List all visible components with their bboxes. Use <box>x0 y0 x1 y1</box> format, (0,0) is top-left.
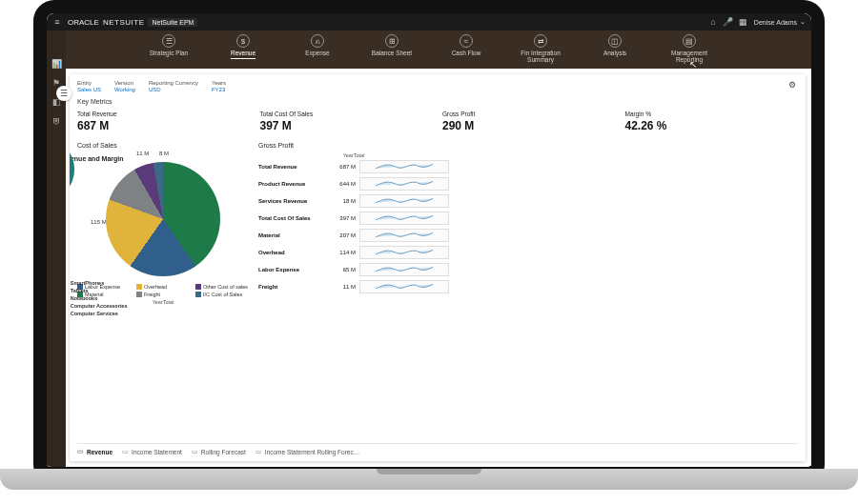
metric-margin-label: Margin % <box>625 111 799 117</box>
metric-total-cost-label: Total Cost Of Sales <box>260 111 434 117</box>
gp-year-label: YearTotal <box>258 152 449 158</box>
home-icon[interactable]: ⌂ <box>708 17 718 27</box>
nav-icon: $ <box>236 34 250 48</box>
bottom-tab-income-statement-rolling-forec-[interactable]: ▭Income Statement Rolling Forec… <box>255 448 359 455</box>
brand: ORACLE NETSUITE NetSuite EPM <box>68 18 197 27</box>
nav-item-strategic-plan[interactable]: ☰Strategic Plan <box>140 34 197 63</box>
nav-item-analysis[interactable]: ◫Analysis <box>586 34 644 63</box>
bubble-legend-item: SmartPhones <box>77 280 128 286</box>
filter-years-label: Years <box>212 80 226 86</box>
bottom-tab-income-statement[interactable]: ▭Income Statement <box>122 448 182 455</box>
pie-legend-item: I/C Cost of Sales <box>195 292 249 297</box>
nav-icon: ≈ <box>460 34 473 48</box>
bubble-legend-item: Tablets <box>77 288 128 293</box>
user-name: Denise Adams <box>754 19 797 26</box>
filter-years-value[interactable]: FY23 <box>212 87 226 92</box>
nav-item-revenue[interactable]: $Revenue <box>214 34 272 63</box>
filter-entity-value[interactable]: Sales US <box>77 87 101 92</box>
nav-icon: ☰ <box>162 34 175 48</box>
gp-row: Total Revenue687 M <box>258 160 449 173</box>
metric-total-revenue-value: 687 M <box>77 119 251 132</box>
nav-item-fin-integration-summary[interactable]: ⇄Fin Integration Summary <box>512 34 569 63</box>
gp-row: Total Cost Of Sales397 M <box>258 212 449 225</box>
metric-gross-profit-value: 290 M <box>442 119 616 132</box>
filter-currency-label: Reporting Currency <box>149 80 198 86</box>
mic-icon[interactable]: 🎤 <box>724 17 733 27</box>
bottom-tab-rolling-forecast[interactable]: ▭Rolling Forecast <box>192 448 246 455</box>
nav-item-balance-sheet[interactable]: ⊞Balance Sheet <box>363 34 420 63</box>
filter-entity-label: Entity <box>77 80 101 86</box>
pie-legend-item: Other Cost of sales <box>195 284 249 290</box>
sidebar-chart-icon[interactable]: 📊 <box>51 59 62 69</box>
tab-icon: ▭ <box>192 448 198 455</box>
nav-icon: ⊞ <box>385 34 398 48</box>
sidebar-toggle-button[interactable]: ☰ <box>56 86 72 101</box>
metric-total-revenue-label: Total Revenue <box>77 111 251 117</box>
bubble-legend-item: Computer Accessories <box>77 303 128 309</box>
nav-icon: ⎌ <box>311 34 324 48</box>
brand-oracle: ORACLE <box>68 18 99 27</box>
pie-legend-item: Overhead <box>136 284 190 290</box>
nav-label: Cash Flow <box>452 50 481 56</box>
nav-label: Revenue <box>231 50 255 59</box>
filter-version-value[interactable]: Working <box>114 87 135 92</box>
panel-cost-title: Cost of Sales <box>77 142 249 149</box>
nav-item-cash-flow[interactable]: ≈Cash Flow <box>438 34 495 63</box>
metric-total-cost-value: 397 M <box>260 119 434 132</box>
gp-row: Services Revenue18 M <box>258 194 449 208</box>
tab-icon: ▭ <box>255 448 262 455</box>
panel-bubble-title: Volume, Revenue and Margin <box>77 155 124 162</box>
bubble-legend-item: Notebooks <box>77 295 128 301</box>
filter-version-label: Version <box>114 80 135 86</box>
nav-icon: ⇄ <box>534 34 547 48</box>
nav-label: Fin Integration Summary <box>512 50 569 63</box>
tab-icon: ▭ <box>77 448 84 455</box>
metric-gross-profit-label: Gross Profit <box>442 111 616 117</box>
grid-icon[interactable]: ▦ <box>739 17 748 27</box>
cursor-icon: ↖ <box>689 59 697 70</box>
gp-row: Material207 M <box>258 229 449 242</box>
gp-row: Labor Expense65 M <box>258 263 449 276</box>
gp-row: Product Revenue644 M <box>258 177 449 191</box>
menu-icon[interactable]: ≡ <box>52 17 62 27</box>
bubble-legend-item: Computer Services <box>77 311 128 316</box>
pie-label-d: 115 M <box>91 219 107 225</box>
nav-label: Balance Sheet <box>372 50 412 56</box>
nav-icon: ◫ <box>608 34 622 48</box>
filter-currency-value[interactable]: USD <box>149 87 198 92</box>
nav-icon: ▤ <box>683 34 696 48</box>
nav-label: Strategic Plan <box>150 50 188 56</box>
gp-row: Freight11 M <box>258 280 449 293</box>
user-menu[interactable]: Denise Adams ⌄ <box>754 18 806 26</box>
bottom-tab-revenue[interactable]: ▭Revenue <box>77 448 112 455</box>
nav-label: Expense <box>305 50 329 56</box>
tab-icon: ▭ <box>122 448 129 455</box>
pie-label-a: 8 M <box>159 151 169 156</box>
nav-label: Analysis <box>603 50 626 56</box>
pie-legend-item: Freight <box>136 292 190 297</box>
pie-label-b: 11 M <box>136 151 149 156</box>
gp-row: Overhead114 M <box>258 246 449 259</box>
brand-product: NetSuite EPM <box>148 18 197 27</box>
nav-item-expense[interactable]: ⎌Expense <box>289 34 346 63</box>
section-key-metrics: Key Metrics <box>77 98 798 105</box>
chevron-down-icon: ⌄ <box>800 18 806 26</box>
sidebar-shield-icon[interactable]: ⛨ <box>52 116 61 126</box>
brand-netsuite: NETSUITE <box>103 18 145 27</box>
gear-icon[interactable]: ⚙ <box>788 80 796 90</box>
panel-gp-title: Gross Profit <box>258 142 449 149</box>
metric-margin-value: 42.26 % <box>625 119 799 132</box>
